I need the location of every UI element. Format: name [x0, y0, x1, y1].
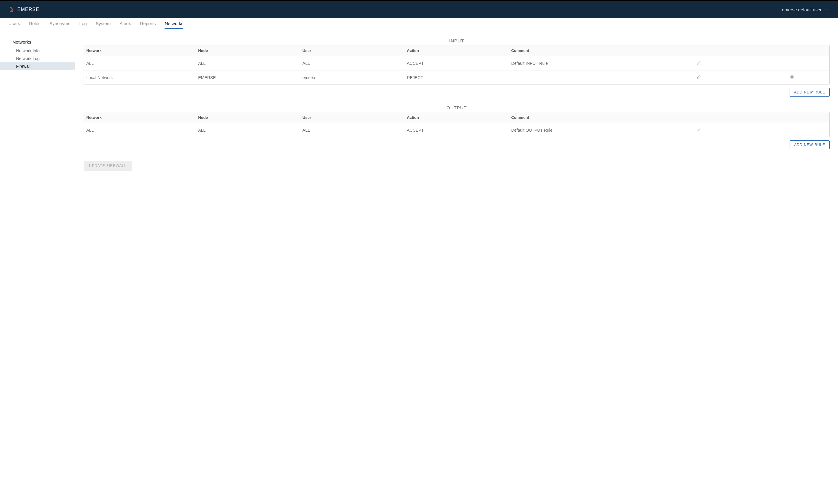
edit-rule-icon[interactable]	[643, 56, 755, 70]
col-header-delete	[755, 46, 830, 56]
col-header-user: User	[300, 46, 404, 56]
cell-comment: Default OUTPUT Rule	[509, 123, 643, 137]
cell-action: ACCEPT	[404, 56, 509, 70]
current-user-name: emerse default user	[782, 7, 822, 12]
delete-rule-placeholder	[755, 123, 830, 137]
input-rules-table: Network Node User Action Comment ALLALLA…	[84, 45, 830, 85]
cell-node: ALL	[196, 56, 300, 70]
table-row: ALLALLALLACCEPTDefault INPUT Rule	[84, 56, 830, 70]
edit-rule-icon[interactable]	[643, 123, 755, 137]
main-content: INPUT Network Node User Action Comment A…	[75, 29, 838, 504]
sidebar: Networks Network InfoNetwork LogFirewall	[0, 29, 75, 504]
nav-item-roles[interactable]: Roles	[29, 21, 40, 29]
nav-item-alerts[interactable]: Alerts	[120, 21, 131, 29]
col-header-action: Action	[404, 112, 509, 123]
nav-item-system[interactable]: System	[96, 21, 111, 29]
delete-rule-placeholder	[755, 56, 830, 70]
output-rules-table: Network Node User Action Comment ALLALLA…	[84, 112, 830, 137]
update-firewall-button[interactable]: UPDATE FIREWALL	[84, 161, 132, 171]
cell-node: EMERSE	[196, 70, 300, 85]
col-header-comment: Comment	[509, 46, 643, 56]
sidebar-item-network-log[interactable]: Network Log	[0, 55, 75, 62]
col-header-network: Network	[84, 46, 196, 56]
cell-network: ALL	[84, 56, 196, 70]
col-header-comment: Comment	[509, 112, 643, 123]
cell-node: ALL	[196, 123, 300, 137]
col-header-node: Node	[196, 112, 300, 123]
sidebar-item-network-info[interactable]: Network Info	[0, 47, 75, 55]
cell-user: ALL	[300, 123, 404, 137]
emerse-logo-icon	[8, 6, 15, 13]
header-bar: EMERSE emerse default user ⋯	[0, 1, 838, 18]
table-row: Local NetworkEMERSEemerseREJECT	[84, 70, 830, 85]
col-header-network: Network	[84, 112, 196, 123]
input-section-title: INPUT	[84, 38, 830, 43]
table-row: ALLALLALLACCEPTDefault OUTPUT Rule	[84, 123, 830, 137]
cell-user: ALL	[300, 56, 404, 70]
cell-comment: Default INPUT Rule	[509, 56, 643, 70]
nav-item-reports[interactable]: Reports	[140, 21, 156, 29]
nav-item-log[interactable]: Log	[79, 21, 87, 29]
brand-name: EMERSE	[17, 7, 39, 12]
cell-action: ACCEPT	[404, 123, 509, 137]
output-section-title: OUTPUT	[84, 105, 830, 110]
delete-rule-icon[interactable]	[755, 70, 830, 85]
col-header-edit	[643, 46, 755, 56]
nav-item-networks[interactable]: Networks	[164, 21, 183, 29]
cell-action: REJECT	[404, 70, 509, 85]
col-header-edit	[643, 112, 755, 123]
nav-item-synonyms[interactable]: Synonyms	[50, 21, 70, 29]
col-header-node: Node	[196, 46, 300, 56]
sidebar-heading: Networks	[0, 38, 75, 47]
cell-comment	[509, 70, 643, 85]
edit-rule-icon[interactable]	[643, 70, 755, 85]
user-area: emerse default user ⋯	[782, 7, 830, 12]
nav-item-users[interactable]: Users	[8, 21, 20, 29]
add-output-rule-button[interactable]: ADD NEW RULE	[790, 140, 830, 149]
cell-network: ALL	[84, 123, 196, 137]
cell-user: emerse	[300, 70, 404, 85]
main-nav: UsersRolesSynonymsLogSystemAlertsReports…	[0, 18, 838, 29]
user-menu-icon[interactable]: ⋯	[824, 7, 830, 12]
add-input-rule-button[interactable]: ADD NEW RULE	[790, 88, 830, 97]
cell-network: Local Network	[84, 70, 196, 85]
col-header-action: Action	[404, 46, 509, 56]
sidebar-item-firewall[interactable]: Firewall	[0, 62, 75, 70]
col-header-user: User	[300, 112, 404, 123]
brand: EMERSE	[8, 6, 39, 13]
col-header-delete	[755, 112, 830, 123]
